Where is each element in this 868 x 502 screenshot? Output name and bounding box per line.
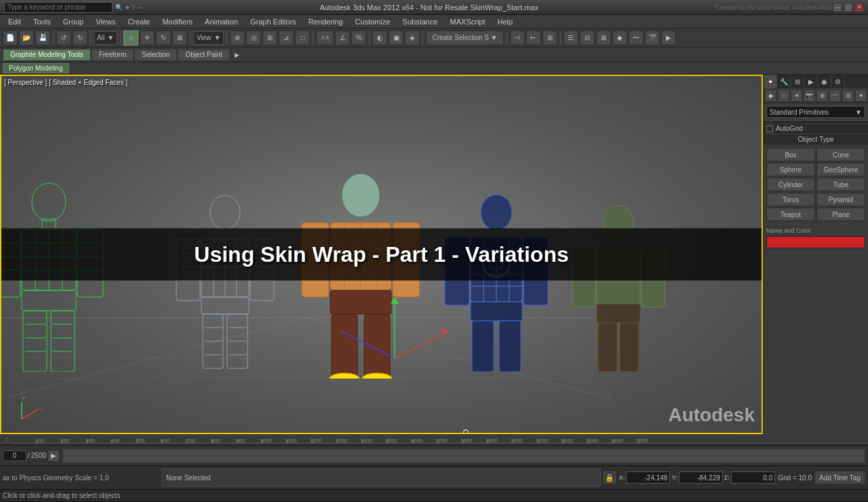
all-dropdown[interactable]: All ▼ bbox=[94, 31, 117, 45]
render-btn-2[interactable]: ▣ bbox=[389, 31, 403, 45]
add-time-tag-button[interactable]: Add Time Tag bbox=[814, 471, 865, 484]
menu-modifiers[interactable]: Modifiers bbox=[157, 16, 198, 27]
tool-btn-3[interactable]: ⊞ bbox=[262, 31, 277, 45]
create-selection-dropdown[interactable]: Create Selection S ▼ bbox=[426, 31, 503, 45]
svg-text:400: 400 bbox=[111, 438, 120, 444]
rotate-button[interactable]: ↻ bbox=[156, 31, 171, 45]
close-button[interactable]: ✕ bbox=[854, 3, 864, 12]
menu-help[interactable]: Help bbox=[492, 16, 519, 27]
render-setup-button[interactable]: 🎬 bbox=[645, 31, 660, 45]
tool-btn-2[interactable]: ◎ bbox=[246, 31, 261, 45]
minimize-button[interactable]: — bbox=[833, 3, 842, 12]
autogrid-checkbox[interactable] bbox=[766, 125, 773, 132]
camera-icon[interactable]: 📷 bbox=[804, 90, 815, 102]
menu-substance[interactable]: Substance bbox=[397, 16, 443, 27]
tool-btn-5[interactable]: □ bbox=[295, 31, 310, 45]
svg-text:900: 900 bbox=[236, 438, 245, 444]
svg-text:1900: 1900 bbox=[486, 438, 498, 444]
x-field[interactable] bbox=[626, 471, 670, 484]
view-dropdown[interactable]: View ▼ bbox=[193, 31, 224, 45]
timeline-next-button[interactable]: ▶ bbox=[47, 450, 60, 462]
save-button[interactable]: 💾 bbox=[35, 31, 50, 45]
scale-button[interactable]: ⊠ bbox=[172, 31, 187, 45]
redo-button[interactable]: ↻ bbox=[73, 31, 87, 45]
color-swatch[interactable] bbox=[766, 236, 865, 248]
graphite-more-button[interactable]: ▶ bbox=[231, 49, 244, 61]
tool-btn-4[interactable]: ⊿ bbox=[279, 31, 294, 45]
schematic-button[interactable]: ⊠ bbox=[596, 31, 611, 45]
z-field[interactable] bbox=[731, 471, 775, 484]
viewport[interactable]: [ Perspective ] [ Shaded + Edged Faces ] bbox=[0, 75, 763, 434]
svg-point-61 bbox=[342, 174, 380, 217]
menu-edit[interactable]: Edit bbox=[3, 16, 26, 27]
svg-point-10 bbox=[32, 183, 66, 221]
render-btn-1[interactable]: ◐ bbox=[372, 31, 387, 45]
snap-angle-button[interactable]: ∠ bbox=[335, 31, 350, 45]
panel-tab-modify[interactable]: 🔧 bbox=[777, 75, 791, 88]
light-icon[interactable]: ☀ bbox=[791, 90, 802, 102]
tube-button[interactable]: Tube bbox=[816, 178, 865, 191]
sphere-button[interactable]: Sphere bbox=[766, 163, 815, 176]
box-button[interactable]: Box bbox=[766, 148, 815, 161]
geosphere-button[interactable]: GeoSphere bbox=[816, 163, 865, 176]
material-button[interactable]: ◆ bbox=[612, 31, 627, 45]
timeline-track[interactable] bbox=[62, 448, 865, 463]
standard-primitives-dropdown[interactable]: Standard Primitives ▼ bbox=[766, 106, 865, 118]
spacewarp-icon[interactable]: 〰 bbox=[829, 90, 841, 102]
tab-freeform[interactable]: Freeform bbox=[92, 49, 134, 61]
select-button[interactable]: ⊹ bbox=[123, 31, 138, 45]
snap-2d-button[interactable]: 2.5 bbox=[316, 31, 334, 45]
panel-tab-display[interactable]: ◉ bbox=[818, 75, 831, 88]
align-button[interactable]: ⊢ bbox=[526, 31, 541, 45]
tab-graphite-modeling[interactable]: Graphite Modeling Tools bbox=[3, 49, 91, 61]
search-bar[interactable]: 🔍 ★ ? — bbox=[4, 2, 143, 13]
menu-animation[interactable]: Animation bbox=[199, 16, 243, 27]
polygon-modeling-tab[interactable]: Polygon Modeling bbox=[3, 63, 69, 73]
shape-icon[interactable]: ○ bbox=[778, 90, 789, 102]
menu-views[interactable]: Views bbox=[90, 16, 121, 27]
extra-icon[interactable]: ✦ bbox=[855, 90, 867, 102]
y-field[interactable] bbox=[679, 471, 723, 484]
svg-rect-87 bbox=[471, 302, 522, 321]
array-button[interactable]: ⊞ bbox=[542, 31, 557, 45]
curve-editor-button[interactable]: 〜 bbox=[629, 31, 644, 45]
menu-maxscript[interactable]: MAXScript bbox=[445, 16, 491, 27]
search-input[interactable] bbox=[4, 2, 113, 13]
menu-create[interactable]: Create bbox=[122, 16, 155, 27]
open-button[interactable]: 📂 bbox=[19, 31, 34, 45]
new-button[interactable]: 📄 bbox=[3, 31, 18, 45]
panel-tab-create[interactable]: ✦ bbox=[764, 75, 777, 88]
panel-tab-utilities[interactable]: ⚙ bbox=[831, 75, 845, 88]
render-btn-3[interactable]: ◈ bbox=[405, 31, 420, 45]
cone-button[interactable]: Cone bbox=[816, 148, 865, 161]
tab-object-paint[interactable]: Object Paint bbox=[178, 49, 229, 61]
layers-button[interactable]: ☰ bbox=[564, 31, 578, 45]
menu-rendering[interactable]: Rendering bbox=[303, 16, 349, 27]
torus-button[interactable]: Torus bbox=[766, 193, 815, 206]
maximize-button[interactable]: □ bbox=[844, 3, 853, 12]
render-button[interactable]: ▶ bbox=[661, 31, 676, 45]
mirror-button[interactable]: ⊣ bbox=[510, 31, 525, 45]
helper-icon[interactable]: ⊕ bbox=[816, 90, 828, 102]
pyramid-button[interactable]: Pyramid bbox=[816, 193, 865, 206]
menu-tools[interactable]: Tools bbox=[28, 16, 56, 27]
move-button[interactable]: ✛ bbox=[140, 31, 155, 45]
panel-tab-hierarchy[interactable]: ⊞ bbox=[791, 75, 804, 88]
snap-percent-button[interactable]: % bbox=[351, 31, 366, 45]
system-icon[interactable]: ⚙ bbox=[842, 90, 854, 102]
menu-customize[interactable]: Customize bbox=[350, 16, 396, 27]
frame-input[interactable] bbox=[3, 450, 26, 461]
geometry-icon[interactable]: ◆ bbox=[765, 90, 776, 102]
undo-button[interactable]: ↺ bbox=[56, 31, 71, 45]
teapot-button[interactable]: Teapot bbox=[766, 208, 815, 221]
cylinder-button[interactable]: Cylinder bbox=[766, 178, 815, 191]
menu-graph-editors[interactable]: Graph Editors bbox=[245, 16, 302, 27]
tab-selection[interactable]: Selection bbox=[134, 49, 177, 61]
ribbon-button[interactable]: ⊟ bbox=[580, 31, 595, 45]
menu-group[interactable]: Group bbox=[58, 16, 90, 27]
lock-button[interactable]: 🔒 bbox=[604, 471, 616, 484]
plane-button[interactable]: Plane bbox=[816, 208, 865, 221]
panel-tab-motion[interactable]: ▶ bbox=[804, 75, 818, 88]
tool-btn-1[interactable]: ⊕ bbox=[230, 31, 245, 45]
title-icons[interactable]: — □ ✕ bbox=[833, 3, 864, 12]
